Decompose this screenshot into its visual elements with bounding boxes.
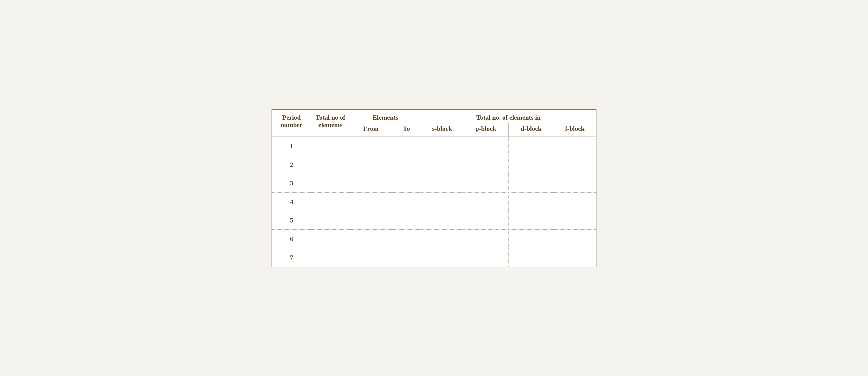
data-cell (554, 155, 596, 174)
period-cell: 4 (272, 193, 311, 211)
period-cell: 6 (272, 230, 311, 248)
pblock-header: p-block (463, 123, 508, 137)
data-cell (311, 211, 350, 230)
data-cell (421, 248, 463, 267)
data-cell (311, 137, 350, 155)
period-cell: 7 (272, 248, 311, 267)
data-cell (463, 193, 508, 211)
data-cell (508, 155, 554, 174)
fblock-header: f-block (554, 123, 596, 137)
data-cell (421, 137, 463, 155)
data-cell (392, 248, 421, 267)
total-elements-in-header: Total no. of elements in (421, 109, 596, 123)
data-cell (311, 155, 350, 174)
period-cell: 3 (272, 174, 311, 193)
elements-span-header: Elements (350, 109, 421, 123)
pblock-label: p-block (475, 125, 496, 132)
data-cell (350, 211, 392, 230)
total-elements-in-label: Total no. of elements in (476, 114, 541, 121)
data-cell (421, 230, 463, 248)
data-cell (421, 155, 463, 174)
data-cell (554, 193, 596, 211)
period-cell: 1 (272, 137, 311, 155)
data-cell (350, 174, 392, 193)
periodic-table: Period number Total no.of elements Eleme… (272, 109, 596, 267)
to-header: To (392, 123, 421, 137)
data-cell (421, 211, 463, 230)
data-cell (554, 248, 596, 267)
dblock-label: d-block (521, 125, 541, 132)
period-cell: 5 (272, 211, 311, 230)
total-elements-header: Total no.of elements (311, 109, 350, 137)
data-cell (463, 155, 508, 174)
fblock-label: f-block (565, 125, 585, 132)
data-cell (463, 230, 508, 248)
data-cell (421, 193, 463, 211)
data-cell (508, 193, 554, 211)
number-label: number (281, 121, 303, 128)
table-row: 6 (272, 230, 596, 248)
data-cell (350, 193, 392, 211)
data-cell (392, 211, 421, 230)
table-row: 5 (272, 211, 596, 230)
data-cell (311, 230, 350, 248)
data-cell (392, 174, 421, 193)
period-number-header: Period number (272, 109, 311, 137)
elements-label: elements (318, 121, 342, 128)
data-cell (508, 230, 554, 248)
table-row: 4 (272, 193, 596, 211)
data-cell (392, 137, 421, 155)
table-row: 2 (272, 155, 596, 174)
data-cell (508, 248, 554, 267)
table-row: 3 (272, 174, 596, 193)
data-cell (350, 137, 392, 155)
data-cell (463, 211, 508, 230)
data-cell (311, 248, 350, 267)
data-cell (463, 248, 508, 267)
data-cell (554, 211, 596, 230)
data-cell (421, 174, 463, 193)
periodic-table-container: Period number Total no.of elements Eleme… (272, 109, 596, 267)
header-row-top: Period number Total no.of elements Eleme… (272, 109, 596, 123)
data-cell (554, 137, 596, 155)
period-label: Period (282, 114, 301, 121)
table-row: 7 (272, 248, 596, 267)
from-label: From (363, 125, 378, 132)
data-cell (508, 137, 554, 155)
data-cell (554, 230, 596, 248)
dblock-header: d-block (508, 123, 554, 137)
data-cell (463, 137, 508, 155)
table-row: 1 (272, 137, 596, 155)
table-body: 1234567 (272, 137, 596, 267)
data-cell (311, 193, 350, 211)
data-cell (392, 155, 421, 174)
data-cell (508, 211, 554, 230)
data-cell (508, 174, 554, 193)
data-cell (463, 174, 508, 193)
sblock-header: s-block (421, 123, 463, 137)
total-no-of-label: Total no.of (316, 114, 345, 121)
data-cell (392, 193, 421, 211)
data-cell (350, 248, 392, 267)
data-cell (392, 230, 421, 248)
from-header: From (350, 123, 392, 137)
data-cell (350, 155, 392, 174)
data-cell (350, 230, 392, 248)
sblock-label: s-block (432, 125, 452, 132)
elements-span-label: Elements (373, 114, 398, 121)
data-cell (554, 174, 596, 193)
to-label: To (403, 125, 410, 132)
period-cell: 2 (272, 155, 311, 174)
data-cell (311, 174, 350, 193)
